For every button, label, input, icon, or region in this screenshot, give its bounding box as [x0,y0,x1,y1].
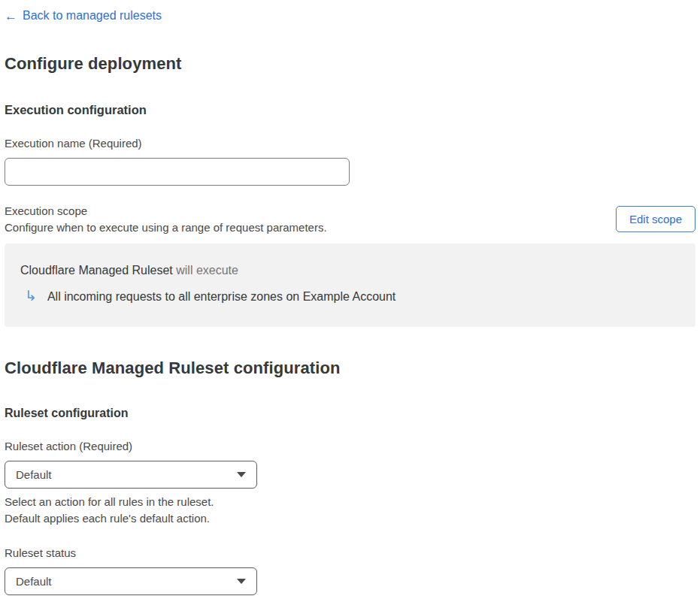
ruleset-configuration-page-heading: Cloudflare Managed Ruleset configuration [5,359,695,378]
ruleset-action-help-line-2: Default applies each rule's default acti… [5,510,695,528]
ruleset-status-select[interactable]: Default [5,567,257,595]
scope-summary-heading: Cloudflare Managed Ruleset will execute [20,264,680,277]
scope-summary-box: Cloudflare Managed Ruleset will execute … [5,244,695,327]
scope-ruleset-name: Cloudflare Managed Ruleset [20,264,173,277]
ruleset-status-label: Ruleset status [5,546,695,559]
chevron-down-icon [237,579,246,584]
back-link-label: Back to managed rulesets [23,9,162,23]
branch-arrow-icon: ↳ [25,289,37,303]
ruleset-action-selected-value: Default [16,468,52,481]
ruleset-action-select[interactable]: Default [5,461,257,489]
scope-summary-detail: ↳ All incoming requests to all enterpris… [20,290,680,304]
execution-configuration-heading: Execution configuration [5,103,695,117]
execution-scope-row: Execution scope Configure when to execut… [5,204,695,234]
page-title: Configure deployment [5,54,695,74]
execution-scope-description: Configure when to execute using a range … [5,221,327,234]
scope-will-execute-text: will execute [173,264,238,277]
ruleset-action-label: Ruleset action (Required) [5,440,695,452]
back-to-managed-rulesets-link[interactable]: ← Back to managed rulesets [5,9,162,23]
chevron-down-icon [237,472,246,477]
scope-summary-text: All incoming requests to all enterprise … [47,290,395,304]
edit-scope-button[interactable]: Edit scope [616,206,695,232]
ruleset-status-selected-value: Default [16,575,52,588]
ruleset-action-help-line-1: Select an action for all rules in the ru… [5,494,695,511]
configure-deployment-page: ← Back to managed rulesets Configure dep… [0,0,700,596]
execution-scope-text: Execution scope Configure when to execut… [5,204,327,234]
ruleset-configuration-subheading: Ruleset configuration [5,407,695,420]
ruleset-action-help: Select an action for all rules in the ru… [5,494,695,528]
execution-name-input[interactable] [5,158,350,186]
back-arrow-icon: ← [5,10,17,23]
execution-scope-label: Execution scope [5,204,327,217]
execution-name-label: Execution name (Required) [5,137,695,150]
